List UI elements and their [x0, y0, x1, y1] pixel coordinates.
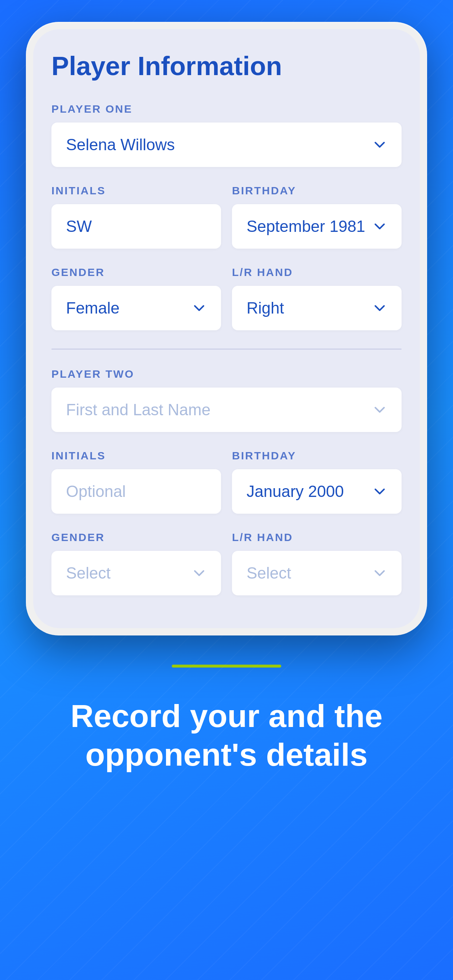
page-title: Player Information	[51, 51, 402, 81]
player-two-initials-placeholder: Optional	[66, 482, 126, 501]
chevron-down-icon	[372, 566, 387, 581]
player-one-birthday-dropdown[interactable]: September 1981	[232, 204, 402, 249]
player-one-birthday-value: September 1981	[247, 217, 365, 235]
chevron-down-icon	[372, 402, 387, 417]
player-two-birthday-dropdown[interactable]: January 2000	[232, 469, 402, 514]
player-one-initials-value: SW	[66, 217, 92, 235]
player-one-name-value: Selena Willows	[66, 135, 175, 154]
player-one-hand-block: L/R HAND Right	[232, 266, 402, 330]
phone-frame: Player Information PLAYER ONE Selena Wil…	[26, 22, 427, 635]
section-divider	[51, 348, 402, 350]
player-two-gender-label: GENDER	[51, 531, 221, 544]
player-one-section: PLAYER ONE Selena Willows INITIALS SW BI…	[51, 103, 402, 330]
bottom-tagline: Record your and the opponent's details	[62, 697, 391, 774]
player-two-hand-label: L/R HAND	[232, 531, 402, 544]
player-two-hand-placeholder: Select	[247, 564, 291, 582]
player-one-row-1: INITIALS SW BIRTHDAY September 1981	[51, 185, 402, 249]
chevron-down-icon	[372, 301, 387, 315]
player-one-label: PLAYER ONE	[51, 103, 402, 115]
player-two-initials-label: INITIALS	[51, 450, 221, 462]
player-one-gender-dropdown[interactable]: Female	[51, 286, 221, 330]
player-one-initials-block: INITIALS SW	[51, 185, 221, 249]
accent-divider	[172, 665, 281, 668]
player-one-gender-label: GENDER	[51, 266, 221, 278]
chevron-down-icon	[192, 301, 206, 315]
player-one-hand-label: L/R HAND	[232, 266, 402, 278]
phone-screen: Player Information PLAYER ONE Selena Wil…	[33, 29, 420, 628]
player-two-birthday-label: BIRTHDAY	[232, 450, 402, 462]
player-two-birthday-block: BIRTHDAY January 2000	[232, 450, 402, 514]
player-two-name-placeholder: First and Last Name	[66, 401, 211, 419]
bottom-area: Record your and the opponent's details	[0, 635, 453, 980]
chevron-down-icon	[192, 566, 206, 581]
player-two-gender-placeholder: Select	[66, 564, 110, 582]
player-two-label: PLAYER TWO	[51, 368, 402, 380]
player-one-initials-label: INITIALS	[51, 185, 221, 197]
player-two-name-dropdown[interactable]: First and Last Name	[51, 388, 402, 432]
chevron-down-icon	[372, 137, 387, 152]
player-one-row-2: GENDER Female L/R HAND Right	[51, 266, 402, 330]
player-one-initials-field[interactable]: SW	[51, 204, 221, 249]
player-two-row-1: INITIALS Optional BIRTHDAY January 2000	[51, 450, 402, 514]
player-one-gender-value: Female	[66, 299, 120, 317]
player-one-birthday-block: BIRTHDAY September 1981	[232, 185, 402, 249]
player-one-hand-value: Right	[247, 299, 284, 317]
player-one-hand-dropdown[interactable]: Right	[232, 286, 402, 330]
player-two-initials-block: INITIALS Optional	[51, 450, 221, 514]
player-two-row-2: GENDER Select L/R HAND Select	[51, 531, 402, 595]
player-one-birthday-label: BIRTHDAY	[232, 185, 402, 197]
player-two-birthday-value: January 2000	[247, 482, 344, 501]
player-one-gender-block: GENDER Female	[51, 266, 221, 330]
player-two-hand-dropdown[interactable]: Select	[232, 551, 402, 595]
player-two-initials-field[interactable]: Optional	[51, 469, 221, 514]
player-two-hand-block: L/R HAND Select	[232, 531, 402, 595]
player-one-name-dropdown[interactable]: Selena Willows	[51, 123, 402, 167]
chevron-down-icon	[372, 219, 387, 234]
chevron-down-icon	[372, 484, 387, 499]
player-two-gender-dropdown[interactable]: Select	[51, 551, 221, 595]
player-two-section: PLAYER TWO First and Last Name INITIALS …	[51, 368, 402, 595]
player-two-gender-block: GENDER Select	[51, 531, 221, 595]
